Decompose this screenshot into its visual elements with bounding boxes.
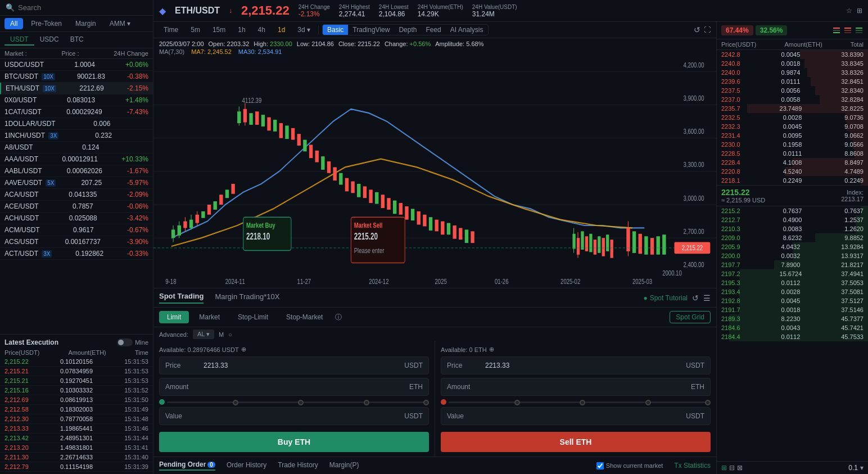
sell-slider[interactable] xyxy=(441,399,711,405)
ob-buy-row[interactable]: 2197.77.890021.8217 xyxy=(717,260,868,269)
list-item[interactable]: 0X0/USDT 0.083013 +1.48% xyxy=(0,94,153,106)
buy-btn[interactable]: Buy ETH xyxy=(159,432,429,452)
ob-buy-row[interactable]: 2189.38.223045.7377 xyxy=(717,314,868,323)
ob-both-view-icon[interactable] xyxy=(832,26,841,35)
chart-type-ai[interactable]: AI Analysis xyxy=(446,25,488,35)
ob-buy-row[interactable]: 2184.40.011245.7533 xyxy=(717,332,868,341)
ob-buy-row[interactable]: 2210.30.00831.2620 xyxy=(717,224,868,233)
ob-buy-view-icon[interactable] xyxy=(855,26,864,35)
ob-precision-dropdown[interactable]: ▾ xyxy=(860,464,864,472)
chart-type-tradingview[interactable]: TradingView xyxy=(348,25,394,35)
list-item[interactable]: ACM/USDT 0.9617 -0.67% xyxy=(0,224,153,236)
tab-stop-market[interactable]: Stop-Market xyxy=(278,311,331,323)
buy-value-input[interactable] xyxy=(199,412,399,420)
ob-grid-icon-1[interactable]: ⊞ xyxy=(721,464,727,472)
ob-buy-row[interactable]: 2200.00.003213.9317 xyxy=(717,251,868,260)
list-item[interactable]: AABL/USDT 0.00062026 -1.67% xyxy=(0,165,153,177)
info-icon[interactable]: ⊕ xyxy=(489,346,494,353)
ob-buy-row[interactable]: 2195.30.011237.5053 xyxy=(717,278,868,287)
spot-grid-btn[interactable]: Spot Grid xyxy=(670,311,711,323)
tab-btc[interactable]: BTC xyxy=(65,34,89,46)
ob-sell-row[interactable]: 2218.10.22490.2249 xyxy=(717,176,868,185)
search-input[interactable] xyxy=(18,3,147,12)
tab-all[interactable]: All xyxy=(4,18,23,29)
list-item[interactable]: BTC/USDT 10X 90021.83 -0.38% xyxy=(0,71,153,83)
tab-usdc[interactable]: USDC xyxy=(34,34,65,46)
list-item[interactable]: 1CAT/USDT 0.00029249 -7.43% xyxy=(0,106,153,118)
tab-margin[interactable]: Margin xyxy=(70,18,102,29)
star-icon[interactable]: ☆ xyxy=(846,7,852,15)
ob-buy-row[interactable]: 2193.40.002837.5081 xyxy=(717,287,868,296)
toolbar-5m[interactable]: 5m xyxy=(186,25,205,35)
buy-slider[interactable] xyxy=(159,399,429,405)
buy-price-input[interactable] xyxy=(199,362,399,369)
tab-amm[interactable]: AMM ▾ xyxy=(104,18,136,29)
ob-sell-view-icon[interactable] xyxy=(843,26,852,35)
ob-grid-icon-3[interactable]: ⊠ xyxy=(737,464,743,472)
grid-icon[interactable]: ⊞ xyxy=(857,7,862,15)
tab-usdt[interactable]: USDT xyxy=(4,34,34,46)
ob-buy-row[interactable]: 2209.08.62329.8852 xyxy=(717,233,868,242)
tab-market[interactable]: Market xyxy=(191,311,228,323)
tab-margin-p[interactable]: Margin(P) xyxy=(329,461,359,470)
ob-buy-row[interactable]: 2192.80.004537.5127 xyxy=(717,296,868,305)
info-icon[interactable]: ⓘ xyxy=(335,313,342,322)
ob-sell-row[interactable]: 2239.60.011132.8451 xyxy=(717,77,868,86)
sell-amount-input[interactable] xyxy=(481,383,685,391)
tab-limit[interactable]: Limit xyxy=(159,311,189,323)
ob-sell-row[interactable]: 2220.84.52404.7489 xyxy=(717,167,868,176)
advanced-circle-btn[interactable]: ○ xyxy=(228,331,232,338)
list-item[interactable]: A8/USDT 0.124 xyxy=(0,142,153,154)
tab-pre-token[interactable]: Pre-Token xyxy=(25,18,67,29)
list-item[interactable]: USDC/USDT 1.0004 +0.06% xyxy=(0,59,153,71)
tab-spot-trading[interactable]: Spot Trading xyxy=(159,292,204,304)
list-item[interactable]: ACE/USDT 0.7857 -0.06% xyxy=(0,201,153,213)
ob-buy-row[interactable]: 2205.94.043213.9284 xyxy=(717,242,868,251)
tab-order-history[interactable]: Order History xyxy=(227,461,266,470)
list-item[interactable]: ACS/USDT 0.00167737 -3.90% xyxy=(0,236,153,248)
ob-buy-row[interactable]: 2191.70.001837.5146 xyxy=(717,305,868,314)
toolbar-4h[interactable]: 4h xyxy=(254,25,270,35)
ob-sell-row[interactable]: 2228.44.10088.8497 xyxy=(717,158,868,167)
sell-btn[interactable]: Sell ETH xyxy=(441,432,711,452)
chart-type-depth[interactable]: Depth xyxy=(394,25,421,35)
tab-trade-history[interactable]: Trade History xyxy=(278,461,318,470)
ob-buy-row[interactable]: 2212.70.49001.2537 xyxy=(717,215,868,224)
chart-type-feed[interactable]: Feed xyxy=(421,25,445,35)
tx-statistics-btn[interactable]: Tx Statistics xyxy=(674,462,711,470)
tab-margin-trading[interactable]: Margin Trading*10X xyxy=(215,292,279,303)
buy-amount-input[interactable] xyxy=(199,383,404,391)
toolbar-1d[interactable]: 1d xyxy=(273,25,290,35)
ob-sell-row[interactable]: 2237.50.005632.8340 xyxy=(717,86,868,95)
list-item[interactable]: ACH/USDT 0.025088 -3.42% xyxy=(0,213,153,224)
toolbar-15m[interactable]: 15m xyxy=(208,25,230,35)
list-item[interactable]: 1DOLLAR/USDT 0.006 xyxy=(0,118,153,130)
list-item[interactable]: ACA/USDT 0.041335 -2.09% xyxy=(0,189,153,201)
spot-tutorial-btn[interactable]: ● Spot Tutorial xyxy=(643,294,688,302)
exec-mine-toggle[interactable]: Mine xyxy=(117,338,148,346)
advanced-m-btn[interactable]: M xyxy=(219,331,224,338)
refresh-icon[interactable]: ↺ xyxy=(694,25,700,34)
slider-handle[interactable] xyxy=(441,399,446,405)
list-item[interactable]: ACT/USDT 3X 0.192862 -0.33% xyxy=(0,248,153,260)
ob-buy-row[interactable]: 2215.20.76370.7637 xyxy=(717,206,868,215)
chart-type-basic[interactable]: Basic xyxy=(323,25,348,35)
list-item[interactable]: AAA/USDT 0.00012911 +10.33% xyxy=(0,154,153,165)
ob-buy-row[interactable]: 2197.215.672437.4941 xyxy=(717,269,868,278)
toolbar-1h[interactable]: 1h xyxy=(233,25,250,35)
ob-sell-row[interactable]: 2240.80.001833.8345 xyxy=(717,59,868,68)
ob-sell-row[interactable]: 2242.80.004533.8390 xyxy=(717,50,868,59)
sell-value-input[interactable] xyxy=(481,412,680,420)
ob-sell-row[interactable]: 2231.40.00959.0662 xyxy=(717,131,868,140)
ob-grid-icon-2[interactable]: ⊟ xyxy=(729,464,735,472)
ob-sell-row[interactable]: 2232.50.00289.0736 xyxy=(717,113,868,122)
list-item[interactable]: ETH/USDT 10X 2212.69 -2.15% xyxy=(0,83,153,94)
info-icon[interactable]: ⊕ xyxy=(241,346,246,353)
toolbar-time[interactable]: Time xyxy=(159,25,183,35)
advanced-al-dropdown[interactable]: AL ▾ xyxy=(193,329,214,339)
ob-sell-row[interactable]: 2228.50.01118.8608 xyxy=(717,149,868,158)
list-icon[interactable]: ☰ xyxy=(703,294,711,303)
toolbar-3d[interactable]: 3d ▾ xyxy=(293,25,315,35)
show-market-checkbox[interactable] xyxy=(596,462,604,470)
refresh-icon[interactable]: ↺ xyxy=(692,294,699,303)
